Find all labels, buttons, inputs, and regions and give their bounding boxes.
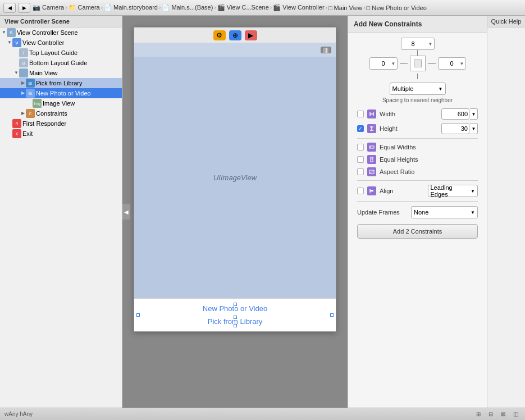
- width-row: Width 600 ▼: [353, 107, 482, 121]
- sidebar-item-pick-library[interactable]: Bt Pick from Library: [0, 78, 122, 88]
- uiimageview-label: UIImageView: [213, 174, 257, 182]
- image-view-icon: Img: [33, 99, 42, 108]
- height-value-group: 30 ▼: [441, 123, 478, 134]
- phone-btn-blue: ⊕: [229, 30, 241, 40]
- breadcrumb-newphoto[interactable]: □ New Photo or Video: [367, 4, 427, 11]
- sidebar-item-top-layout[interactable]: T Top Layout Guide: [0, 48, 122, 58]
- equal-heights-label: Equal Heights: [380, 156, 478, 163]
- h-line-right: [428, 63, 436, 64]
- height-row: Height 30 ▼: [353, 121, 482, 136]
- breadcrumb-vcscene[interactable]: 🎬 View C...Scene: [217, 4, 269, 11]
- status-icon-2[interactable]: ⊟: [486, 410, 496, 419]
- sidebar-item-exit[interactable]: X Exit: [0, 129, 122, 139]
- aspect-ratio-label: Aspect Ratio: [380, 168, 478, 175]
- sidebar-item-main-view[interactable]: Main View: [0, 68, 122, 78]
- forward-button[interactable]: ▶: [18, 3, 30, 13]
- sidebar-label-vc: View Controller: [22, 39, 64, 46]
- size-label: wAny hAny: [4, 411, 33, 417]
- svg-rect-13: [371, 190, 373, 191]
- width-value-group: 600 ▼: [441, 108, 478, 120]
- breadcrumb-vc[interactable]: 🎬 View Controller: [273, 4, 324, 11]
- sidebar-label-exit: Exit: [22, 130, 33, 137]
- breadcrumb-mainview[interactable]: □ Main View: [328, 4, 362, 11]
- add-constraints-button[interactable]: Add 2 Constraints: [357, 224, 478, 239]
- align-checkbox[interactable]: [357, 188, 364, 194]
- back-button[interactable]: ◀: [3, 3, 16, 13]
- left-spacing-input[interactable]: [369, 57, 398, 70]
- first-responder-icon: R: [12, 119, 21, 128]
- separator2: [357, 180, 478, 181]
- width-icon: [367, 109, 376, 118]
- constraints-icon: C: [26, 109, 35, 118]
- top-spacing-input[interactable]: [401, 38, 435, 50]
- aspect-ratio-row: Aspect Ratio: [353, 166, 482, 178]
- status-icon-1[interactable]: ⊞: [473, 410, 483, 419]
- bottom-layout-icon: B: [19, 58, 28, 67]
- triangle-top-layout: [13, 50, 19, 56]
- status-pill: ||||: [321, 47, 331, 53]
- update-frames-arrow: ▼: [471, 210, 475, 215]
- collapse-arrow[interactable]: ◀: [122, 204, 130, 220]
- canvas-area: ◀ ⚙ ⊕ ▶ |||| UIImageView: [122, 16, 348, 408]
- sidebar-item-first-responder[interactable]: R First Responder: [0, 118, 122, 129]
- status-right: ⊞ ⊟ ⊠ ◫: [473, 410, 521, 419]
- vc-icon: V: [12, 38, 21, 47]
- h-line-left: [400, 63, 408, 64]
- equal-widths-checkbox[interactable]: [357, 144, 364, 150]
- selection-handle-left: [136, 313, 140, 317]
- main-view-icon: [19, 69, 28, 77]
- phone-buttons-area: New Photo or Video Pick from Library: [134, 298, 336, 331]
- breadcrumb-mainbase[interactable]: 📄 Main.s...(Base): [162, 4, 213, 11]
- align-row: Align Leading Edges ▼: [353, 183, 482, 199]
- triangle-first-responder: [7, 121, 12, 126]
- top-v-connector: [417, 50, 418, 56]
- scene-icon: S: [7, 28, 16, 37]
- align-label: Align: [380, 188, 424, 194]
- aspect-ratio-icon: [367, 167, 376, 176]
- align-select[interactable]: Leading Edges ▼: [428, 185, 478, 197]
- exit-icon: X: [12, 129, 21, 138]
- toolbar: ◀ ▶ 📷 Camera › 📁 Camera › 📄 Main.storybo…: [0, 0, 525, 16]
- sidebar-item-image-view[interactable]: Img Image View: [0, 98, 122, 108]
- sidebar-label-new-photo: New Photo or Video: [36, 90, 91, 97]
- aspect-ratio-checkbox[interactable]: [357, 168, 364, 175]
- height-value-arrow[interactable]: ▼: [470, 123, 478, 134]
- triangle-bottom-layout: [13, 60, 19, 66]
- width-value[interactable]: 600: [441, 108, 469, 120]
- sidebar-item-vc[interactable]: V View Controller: [0, 38, 122, 48]
- selection-handle-top2: [234, 316, 237, 319]
- selection-handle-top: [234, 303, 237, 306]
- triangle-exit: [7, 131, 12, 136]
- status-icon-4[interactable]: ◫: [510, 410, 521, 419]
- height-checkbox[interactable]: [357, 125, 364, 132]
- phone-image-view[interactable]: UIImageView: [134, 57, 336, 298]
- sidebar-label-pick-library: Pick from Library: [36, 80, 83, 86]
- breadcrumb-camera1[interactable]: 📷 Camera: [33, 4, 64, 11]
- height-value[interactable]: 30: [441, 123, 469, 134]
- breadcrumb-mainstory[interactable]: 📄 Main.storyboard: [104, 4, 158, 11]
- triangle-image-view: [27, 101, 33, 106]
- sidebar-item-bottom-layout[interactable]: B Bottom Layout Guide: [0, 58, 122, 68]
- triangle-new-photo: [20, 90, 26, 96]
- multiple-select[interactable]: Multiple ▼: [390, 83, 446, 95]
- breadcrumb: 📷 Camera › 📁 Camera › 📄 Main.storyboard …: [33, 4, 522, 11]
- status-icon-3[interactable]: ⊠: [498, 410, 508, 419]
- sidebar-item-new-photo[interactable]: Bt New Photo or Video: [0, 88, 122, 98]
- canvas-scroll[interactable]: ◀ ⚙ ⊕ ▶ |||| UIImageView: [122, 16, 348, 408]
- width-checkbox[interactable]: [357, 111, 364, 117]
- width-value-arrow[interactable]: ▼: [470, 108, 478, 120]
- update-frames-select[interactable]: None ▼: [411, 206, 478, 218]
- sidebar-item-vc-scene[interactable]: S View Controller Scene: [0, 28, 122, 38]
- right-spacing-input[interactable]: [438, 57, 466, 70]
- sidebar-item-constraints[interactable]: C Constraints: [0, 108, 122, 118]
- sidebar-label-vc-scene: View Controller Scene: [17, 29, 78, 36]
- equal-heights-checkbox[interactable]: [357, 156, 364, 163]
- height-label: Height: [380, 125, 438, 132]
- align-dropdown-arrow: ▼: [471, 189, 475, 194]
- equal-heights-icon: [367, 155, 376, 164]
- panel-title: Add New Constraints: [348, 16, 487, 33]
- selection-handle-bottom: [234, 324, 237, 327]
- sidebar-title: View Controller Scene: [0, 16, 122, 28]
- quick-help-panel: Quick Help: [487, 16, 525, 408]
- breadcrumb-camera2[interactable]: 📁 Camera: [69, 4, 100, 11]
